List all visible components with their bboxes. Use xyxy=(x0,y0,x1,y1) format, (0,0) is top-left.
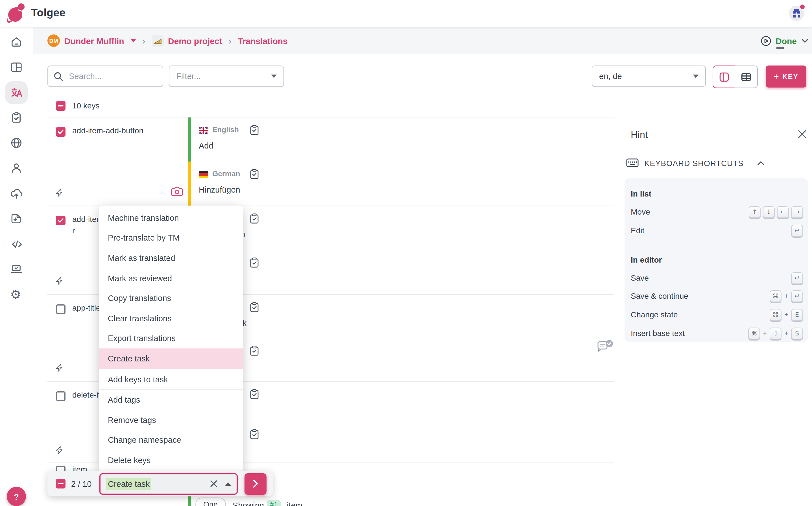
menu-item-add-keys-to-task[interactable]: Add keys to task xyxy=(99,369,243,390)
comments-indicator-icon[interactable] xyxy=(596,339,613,355)
breadcrumb-separator: › xyxy=(229,36,232,46)
clipboard-state-icon[interactable] xyxy=(250,125,259,135)
screenshot-camera-icon[interactable] xyxy=(171,186,183,196)
language-label: English xyxy=(212,125,239,134)
translation-cell-english[interactable]: New list item xyxy=(188,206,614,250)
state-bar-unreviewed xyxy=(188,162,191,205)
tolgee-logo[interactable]: Tolgee xyxy=(7,2,66,24)
collapse-chevron-up-icon[interactable] xyxy=(757,161,764,165)
sidebar-item-integrate[interactable] xyxy=(10,238,23,250)
clipboard-state-icon[interactable] xyxy=(250,214,259,224)
batch-operations-menu: Machine translation Pre-translate by TM … xyxy=(99,205,243,473)
execute-batch-button[interactable] xyxy=(245,473,267,494)
clipboard-state-icon[interactable] xyxy=(250,346,259,356)
sidebar-item-tasks[interactable] xyxy=(10,112,23,124)
status-chevron-down-icon[interactable] xyxy=(801,38,809,43)
translation-cell-german[interactable] xyxy=(188,250,614,294)
batch-operation-select[interactable]: Create task xyxy=(99,473,238,494)
context-lightning-icon[interactable] xyxy=(54,362,64,373)
add-key-button[interactable]: + KEY xyxy=(766,66,806,88)
state-bar-translated xyxy=(188,117,191,162)
translation-cell-german[interactable]: German Hinzufügen xyxy=(188,162,614,205)
clipboard-state-icon[interactable] xyxy=(250,429,259,439)
sidebar-item-settings[interactable]: ⚙ xyxy=(10,288,23,301)
key-arrow-down: ↓ xyxy=(763,206,775,218)
view-toggle-group xyxy=(713,66,758,88)
org-avatar[interactable]: DM xyxy=(48,34,60,47)
selection-checkbox[interactable] xyxy=(56,479,66,489)
menu-item-export-translations[interactable]: Export translations xyxy=(99,328,243,348)
translation-cell-english[interactable]: What to pack xyxy=(188,295,614,338)
play-circle-icon[interactable] xyxy=(760,35,771,46)
project-icon xyxy=(152,35,164,47)
menu-item-change-namespace[interactable]: Change namespace xyxy=(99,430,243,450)
translation-preview-text: item xyxy=(287,501,302,506)
context-lightning-icon[interactable] xyxy=(54,445,64,456)
sidebar-item-dashboard[interactable] xyxy=(10,61,23,73)
menu-item-create-task[interactable]: Create task xyxy=(99,348,243,368)
translation-cell-english[interactable]: English Add xyxy=(188,117,614,162)
select-all-checkbox[interactable] xyxy=(56,101,66,111)
breadcrumb-bar: DM Dunder Mufflin › Demo project › Trans… xyxy=(33,27,812,54)
close-icon[interactable] xyxy=(797,129,807,139)
menu-item-remove-tags[interactable]: Remove tags xyxy=(99,410,243,430)
row-checkbox[interactable] xyxy=(56,391,66,401)
collapse-arrow-icon[interactable] xyxy=(225,482,231,485)
home-icon xyxy=(10,36,23,49)
clipboard-state-icon[interactable] xyxy=(250,258,259,268)
shortcuts-section-header[interactable]: KEYBOARD SHORTCUTS xyxy=(626,158,764,168)
sidebar-item-members[interactable] xyxy=(10,162,23,174)
translation-cell-german[interactable] xyxy=(188,422,614,462)
row-checkbox[interactable] xyxy=(56,216,66,225)
search-input[interactable] xyxy=(68,71,155,81)
key-name[interactable]: add-item-add-button xyxy=(72,125,185,136)
app-title: Tolgee xyxy=(31,7,66,19)
shortcuts-label: KEYBOARD SHORTCUTS xyxy=(644,158,744,167)
translation-cell-german[interactable] xyxy=(188,338,614,381)
translation-value[interactable]: Hinzufügen xyxy=(199,185,240,194)
divider xyxy=(48,54,812,54)
table-view-toggle[interactable] xyxy=(735,66,758,88)
clipboard-state-icon[interactable] xyxy=(250,389,259,399)
sidebar-item-developer[interactable] xyxy=(10,263,23,276)
menu-item-delete-keys[interactable]: Delete keys xyxy=(99,450,243,470)
clipboard-state-icon[interactable] xyxy=(250,302,259,312)
menu-item-mark-translated[interactable]: Mark as translated xyxy=(99,248,243,268)
languages-select[interactable]: en, de xyxy=(592,66,706,87)
menu-item-clear-translations[interactable]: Clear translations xyxy=(99,308,243,328)
table-header-row: 10 keys xyxy=(48,95,614,117)
org-caret-down-icon[interactable] xyxy=(130,39,136,43)
menu-item-copy-translations[interactable]: Copy translations xyxy=(99,288,243,308)
list-view-toggle[interactable] xyxy=(713,66,735,88)
menu-item-pretranslate-tm[interactable]: Pre-translate by TM xyxy=(99,228,243,248)
clipboard-state-icon[interactable] xyxy=(250,169,259,179)
menu-item-mark-reviewed[interactable]: Mark as reviewed xyxy=(99,268,243,288)
shortcut-row-insert-base: Insert base text ⌘ + ⇧ + S xyxy=(631,327,803,339)
menu-item-machine-translation[interactable]: Machine translation xyxy=(99,208,243,228)
translation-cell-english[interactable] xyxy=(188,382,614,422)
sidebar-item-home[interactable] xyxy=(10,36,23,49)
status-badge[interactable]: Done xyxy=(776,36,797,46)
shortcut-row-save-continue: Save & continue ⌘ + ↵ xyxy=(631,290,803,302)
context-lightning-icon[interactable] xyxy=(54,187,64,198)
breadcrumb-organization[interactable]: Dunder Mufflin xyxy=(64,36,124,46)
translate-icon xyxy=(10,86,23,99)
row-checkbox[interactable] xyxy=(56,305,66,314)
sidebar-item-translations[interactable] xyxy=(10,86,23,99)
sidebar-item-publish[interactable] xyxy=(10,187,23,200)
sidebar-item-languages[interactable] xyxy=(10,137,23,149)
help-button[interactable]: ? xyxy=(7,487,26,506)
row-checkbox[interactable] xyxy=(56,127,66,137)
filter-select[interactable]: Filter... xyxy=(169,66,284,87)
clear-icon[interactable] xyxy=(210,480,217,487)
table-row[interactable]: add-item-add-button xyxy=(48,117,614,206)
breadcrumb-project[interactable]: Demo project xyxy=(168,36,222,46)
breadcrumb-page[interactable]: Translations xyxy=(238,36,288,46)
board-icon xyxy=(10,61,23,73)
translation-value[interactable]: Add xyxy=(199,141,213,150)
plural-variant-tab[interactable]: One xyxy=(195,498,225,506)
menu-item-add-tags[interactable]: Add tags xyxy=(99,390,243,410)
context-lightning-icon[interactable] xyxy=(54,276,64,286)
question-mark: ? xyxy=(14,492,19,501)
sidebar-item-import[interactable] xyxy=(10,212,23,225)
